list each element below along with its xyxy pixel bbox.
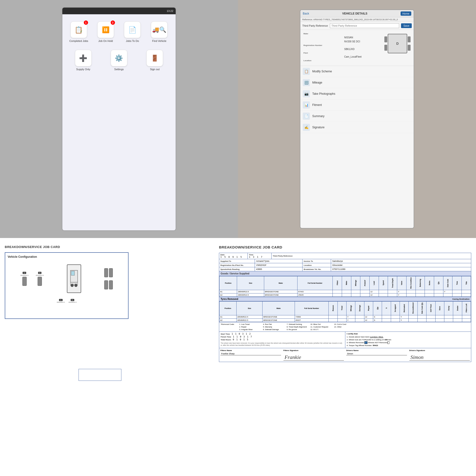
goods-row-2: A2 285/60R22.5 BRIDGESTONE 25645 12 Y bbox=[220, 293, 471, 297]
vehicle-diagram: D bbox=[383, 32, 412, 63]
vehicle-details: Make NISSAN NV200 SE DCI Registrati bbox=[300, 30, 414, 65]
jc-title-left: BREAKDOWN/SERVICE JOB CARD bbox=[5, 245, 209, 249]
certify-section: I certify that: 1. Goods above have been… bbox=[345, 332, 471, 348]
fitters-sig-block: Fitters Signature Frankie bbox=[284, 349, 344, 360]
third-party-input[interactable] bbox=[330, 23, 399, 28]
jc-title-right: BREAKDOWN/SERVICE JOB CARD bbox=[219, 245, 471, 249]
svg-rect-1 bbox=[408, 36, 410, 42]
drivers-signature: Simon bbox=[409, 352, 470, 360]
tyres-removed-header: Tyres Removed Casing Destination bbox=[219, 297, 471, 301]
goods-table: Position Size Make Full Serial Number Fi… bbox=[219, 276, 471, 297]
sidebar-menu: 📋 Modify Scheme 🔢 Mileage 📷 Take Photogr… bbox=[300, 66, 414, 133]
van-body bbox=[67, 264, 81, 293]
app-grid-row1: 1 📋✓ Completed Jobs 3 ⏸️ Job On Hold bbox=[62, 14, 176, 47]
tire-front-right bbox=[38, 277, 42, 286]
jobs-to-do-icon[interactable]: 📄 Jobs To Do bbox=[121, 21, 144, 43]
fitters-signature: Frankie bbox=[284, 352, 344, 360]
vehicle-reference: Reference: ARMAND TYRES_7004805174073738… bbox=[300, 17, 414, 22]
tablet-right: Back VEHICLE DETAILS Home Reference: ARM… bbox=[238, 0, 476, 238]
tire-front-left bbox=[22, 277, 27, 286]
sidebar-item-summary[interactable]: 📄 Summary bbox=[300, 111, 414, 122]
job-card-form: Date 1 5 0 9 1 5 Time 1 3 1 7 Third Part… bbox=[219, 253, 471, 362]
svg-rect-7 bbox=[71, 271, 74, 275]
empty-box-upper bbox=[79, 369, 121, 381]
svg-point-10 bbox=[74, 284, 77, 287]
sidebar-item-modify-scheme[interactable]: 📋 Modify Scheme bbox=[300, 66, 414, 77]
tablet-left-screen: 13:22 1 📋✓ Completed Jobs 3 ⏸️ bbox=[62, 7, 176, 231]
ref-label: Reference: bbox=[302, 18, 313, 21]
app-grid-row2: ➕ Supply Only ⚙️ Settings 🚪 Sign out bbox=[62, 47, 176, 76]
goods-section-header: Goods / Service Supplied bbox=[219, 271, 471, 276]
jc-row-reg: Registration No./Fleet No. VW62HGF Locat… bbox=[219, 263, 471, 267]
svg-rect-0 bbox=[384, 36, 387, 42]
svg-text:D: D bbox=[396, 42, 399, 46]
back-button[interactable]: Back bbox=[303, 12, 309, 15]
tablet-left: 13:22 1 📋✓ Completed Jobs 3 ⏸️ bbox=[0, 0, 238, 238]
completed-jobs-icon[interactable]: 1 📋✓ Completed Jobs bbox=[67, 21, 90, 43]
signatures-row: Fitters Name Frankie Sharp Fitters Signa… bbox=[219, 348, 471, 362]
tyres-removed-table: Position Size Make Full Serial Number Re… bbox=[219, 301, 471, 322]
job-on-hold-icon[interactable]: 3 ⏸️ Job On Hold bbox=[94, 21, 117, 43]
bottom-right: BREAKDOWN/SERVICE JOB CARD Date 1 5 0 9 … bbox=[214, 238, 476, 476]
legal-text: The wheel nuts have been removed. It is … bbox=[221, 342, 344, 347]
tire-label-b2: B2 bbox=[38, 272, 42, 274]
fitters-name-block: Fitters Name Frankie Sharp bbox=[221, 349, 281, 360]
jc-row-date-time: Date 1 5 0 9 1 5 Time 1 3 1 7 Third Part… bbox=[219, 253, 471, 259]
svg-point-9 bbox=[71, 284, 73, 287]
times-row: Start Time 1 1 0 3 1 2 Finish Time 1 1 0… bbox=[219, 332, 471, 348]
drivers-sig-block: Drivers Signature Simon bbox=[409, 349, 470, 360]
removed-row-1: A1 285/60R22.5 BRIDGESTONE 73566 Y 12 S … bbox=[220, 315, 471, 319]
tablet-right-screen: Back VEHICLE DETAILS Home Reference: ARM… bbox=[300, 10, 414, 228]
third-party-row: Third Party Reference Save bbox=[300, 22, 414, 30]
removal-codes: *Removal Code: 1. Low Tread 4. Run Flat … bbox=[219, 322, 471, 332]
section-title: VEHICLE DETAILS bbox=[342, 12, 368, 15]
sidebar-item-mileage[interactable]: 🔢 Mileage bbox=[300, 77, 414, 88]
home-button[interactable]: Home bbox=[401, 11, 411, 16]
svg-rect-3 bbox=[408, 45, 410, 51]
sign-out-icon[interactable]: 🚪 Sign out bbox=[139, 50, 171, 71]
jc-row-supplier: Supplied To Armand Tyres Invoice To Sain… bbox=[219, 259, 471, 263]
tire-label-a2: A2 bbox=[23, 272, 26, 274]
vehicle-info: Make NISSAN NV200 SE DCI Registrati bbox=[302, 32, 381, 63]
jc-row-speedo: Speedo/Hub Reading 43865 Breakdown Tel. … bbox=[219, 267, 471, 271]
sidebar-item-take-photographs[interactable]: 📷 Take Photographs bbox=[300, 88, 414, 100]
tire-label-b1-right: B1 bbox=[71, 299, 74, 301]
ref-value: ARMAND TYRES_700480517407373893_5861JXD_… bbox=[313, 18, 398, 21]
drivers-name-block: Drivers Name Simon bbox=[346, 349, 407, 360]
svg-rect-2 bbox=[384, 45, 387, 51]
find-vehicle-icon[interactable]: 🚚🔍 Find Vehicle bbox=[148, 21, 171, 43]
tire-label-a1-left: A1 bbox=[59, 299, 63, 301]
removed-row-2: A2 285/60R22.5 BRIDGESTONE 45227 Y 12 S … bbox=[220, 319, 471, 322]
vehicle-header: Back VEHICLE DETAILS Home bbox=[300, 10, 414, 17]
bottom-section: BREAKDOWN/SERVICE JOB CARD Vehicle Confi… bbox=[0, 238, 476, 476]
vehicle-config-box: Vehicle Configuration A2 285/60R22.5 B2 bbox=[5, 252, 129, 319]
save-button[interactable]: Save bbox=[401, 23, 412, 28]
bottom-left: BREAKDOWN/SERVICE JOB CARD Vehicle Confi… bbox=[0, 238, 214, 476]
sidebar-item-fitment[interactable]: 📊 Fitment bbox=[300, 100, 414, 111]
supply-only-icon[interactable]: ➕ Supply Only bbox=[67, 50, 99, 71]
goods-row-1: A1 285/60R22.5 BRIDGESTONE 67443 12 Y bbox=[220, 290, 471, 293]
sidebar-item-signature[interactable]: ✍️ Signature bbox=[300, 122, 414, 133]
status-bar: 13:22 bbox=[62, 8, 176, 14]
settings-icon[interactable]: ⚙️ Settings bbox=[103, 50, 135, 71]
